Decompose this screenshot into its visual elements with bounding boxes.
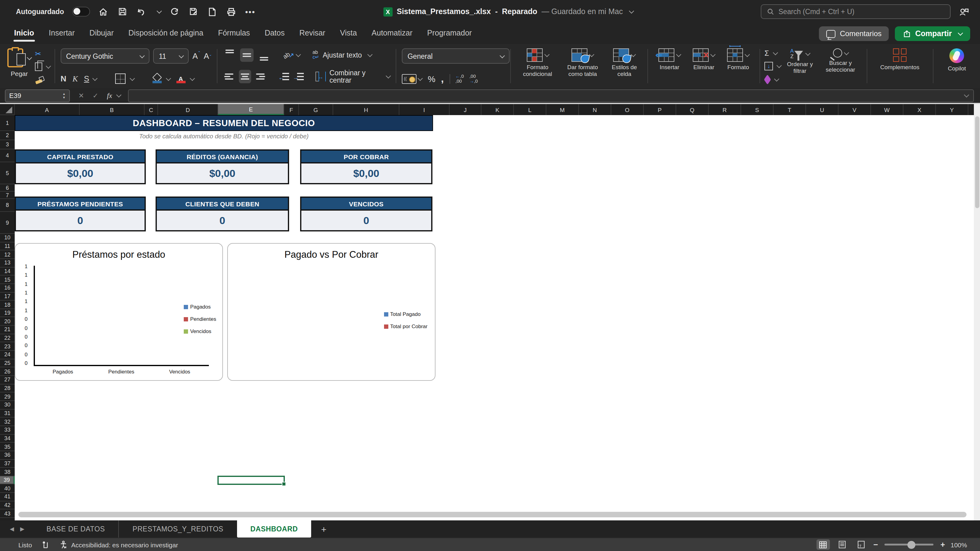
ribbon-tab-vista[interactable]: Vista: [333, 24, 364, 43]
horizontal-scrollbar[interactable]: [18, 512, 967, 517]
cell-styles-button[interactable]: Estilos de celda: [605, 44, 643, 88]
row-header-4[interactable]: 4: [0, 149, 15, 162]
vertical-scrollbar[interactable]: [974, 104, 980, 520]
column-header-M[interactable]: M: [546, 104, 579, 115]
row-header-32[interactable]: 32: [0, 418, 15, 426]
row-header-43[interactable]: 43: [0, 510, 15, 518]
column-header-I[interactable]: I: [399, 104, 450, 115]
font-color-chevron[interactable]: [189, 76, 195, 81]
bold-button[interactable]: N: [60, 74, 67, 83]
increase-decimal-button[interactable]: ←,0,00: [455, 74, 464, 84]
column-header-P[interactable]: P: [644, 104, 676, 115]
row-header-6[interactable]: 6: [0, 184, 15, 192]
borders-chevron[interactable]: [130, 76, 135, 81]
fill-handle[interactable]: [282, 482, 286, 486]
row-header-13[interactable]: 13: [0, 259, 15, 267]
delete-cells-button[interactable]: ✕ Eliminar: [687, 44, 721, 88]
column-header-H[interactable]: H: [333, 104, 399, 115]
accounting-format-button[interactable]: ((: [402, 74, 417, 84]
row-header-17[interactable]: 17: [0, 292, 15, 301]
chart-loans-by-status[interactable]: Préstamos por estado 111111000000 Pagado…: [15, 243, 223, 381]
merge-center-button[interactable]: ↔ Combinar y centrar: [315, 69, 390, 84]
row-header-14[interactable]: 14: [0, 267, 15, 275]
row-header-7[interactable]: 7: [0, 192, 15, 199]
comma-style-button[interactable]: ,: [441, 76, 444, 82]
decrease-font-button[interactable]: Aˇ: [204, 51, 211, 60]
zoom-percentage[interactable]: 100%: [951, 541, 967, 548]
row-header-30[interactable]: 30: [0, 401, 15, 409]
column-header-U[interactable]: U: [806, 104, 838, 115]
ribbon-tab-disposici-n-de-p-gina[interactable]: Disposición de página: [122, 24, 210, 43]
italic-button[interactable]: K: [73, 74, 78, 84]
format-painter-button[interactable]: [35, 75, 50, 84]
column-header-C[interactable]: C: [145, 104, 158, 115]
row-header-23[interactable]: 23: [0, 343, 15, 351]
ribbon-tab-automatizar[interactable]: Automatizar: [365, 24, 419, 43]
sheet-tab-prestamos-y-reditos[interactable]: PRESTAMOS_Y_REDITOS: [119, 520, 237, 538]
row-header-31[interactable]: 31: [0, 409, 15, 418]
row-header-10[interactable]: 10: [0, 234, 15, 242]
row-header-40[interactable]: 40: [0, 484, 15, 493]
insert-function-button[interactable]: fx: [107, 91, 121, 100]
cut-button[interactable]: ✂: [35, 49, 50, 59]
number-format-select[interactable]: General: [402, 48, 510, 64]
comments-button[interactable]: Comentarios: [819, 26, 889, 41]
orientation-button[interactable]: ab↗: [283, 51, 301, 59]
row-header-5[interactable]: 5: [0, 162, 15, 184]
sheet-tab-dashboard[interactable]: DASHBOARD: [237, 520, 312, 538]
row-header-25[interactable]: 25: [0, 359, 15, 368]
ribbon-tab-programador[interactable]: Programador: [420, 24, 479, 43]
copy-chevron[interactable]: [46, 64, 51, 69]
row-header-3[interactable]: 3: [0, 140, 15, 149]
fill-button[interactable]: ↓: [764, 62, 781, 71]
row-header-41[interactable]: 41: [0, 493, 15, 501]
copy-button[interactable]: [35, 62, 50, 71]
column-header-W[interactable]: W: [871, 104, 904, 115]
wrap-text-button[interactable]: abc↵ Ajustar texto: [312, 50, 371, 60]
name-box[interactable]: E39 ▲▼: [5, 89, 70, 102]
zoom-slider-knob[interactable]: [908, 541, 916, 549]
column-header-E[interactable]: E: [218, 104, 284, 115]
search-input[interactable]: Search (Cmd + Ctrl + U): [761, 4, 951, 19]
select-all-corner[interactable]: [0, 104, 15, 115]
column-header-S[interactable]: S: [741, 104, 773, 115]
align-left-button[interactable]: [223, 70, 235, 83]
addins-button[interactable]: Complementos: [871, 44, 928, 88]
align-center-button[interactable]: [239, 70, 251, 83]
print-icon[interactable]: [226, 6, 237, 17]
row-header-38[interactable]: 38: [0, 468, 15, 476]
row-header-26[interactable]: 26: [0, 368, 15, 376]
vertical-scrollbar-thumb[interactable]: [975, 116, 979, 208]
fill-color-chevron[interactable]: [166, 76, 171, 81]
column-header-O[interactable]: O: [611, 104, 644, 115]
home-icon[interactable]: [98, 6, 109, 17]
borders-button[interactable]: [115, 73, 125, 84]
row-header-8[interactable]: 8: [0, 199, 15, 212]
formula-bar-expand-chevron[interactable]: [964, 92, 969, 98]
name-box-spinner[interactable]: ▲▼: [62, 92, 65, 99]
row-header-29[interactable]: 29: [0, 393, 15, 401]
autosave-toggle[interactable]: [72, 7, 90, 16]
copilot-button[interactable]: Copilot: [937, 44, 976, 88]
increase-font-button[interactable]: Aˆ: [192, 51, 200, 60]
row-header-18[interactable]: 18: [0, 301, 15, 309]
column-header-Q[interactable]: Q: [676, 104, 709, 115]
row-header-42[interactable]: 42: [0, 502, 15, 510]
row-header-27[interactable]: 27: [0, 376, 15, 384]
column-header-R[interactable]: R: [709, 104, 741, 115]
page-break-view-button[interactable]: [854, 539, 868, 550]
more-commands-icon[interactable]: •••: [245, 6, 256, 17]
ribbon-tab-dibujar[interactable]: Dibujar: [83, 24, 120, 43]
row-header-2[interactable]: 2: [0, 131, 15, 140]
row-header-28[interactable]: 28: [0, 384, 15, 392]
sheet-nav-left-icon[interactable]: ◀: [10, 526, 14, 532]
redo-icon[interactable]: [169, 6, 180, 17]
formula-input[interactable]: [128, 89, 974, 102]
page-layout-view-button[interactable]: [835, 539, 849, 550]
accounting-chevron[interactable]: [418, 76, 423, 81]
share-button[interactable]: Compartir: [895, 26, 970, 41]
save-as-icon[interactable]: [188, 6, 199, 17]
percent-style-button[interactable]: %: [428, 74, 436, 84]
decrease-decimal-button[interactable]: ,00→,0: [469, 74, 478, 84]
zoom-in-button[interactable]: +: [940, 541, 945, 549]
